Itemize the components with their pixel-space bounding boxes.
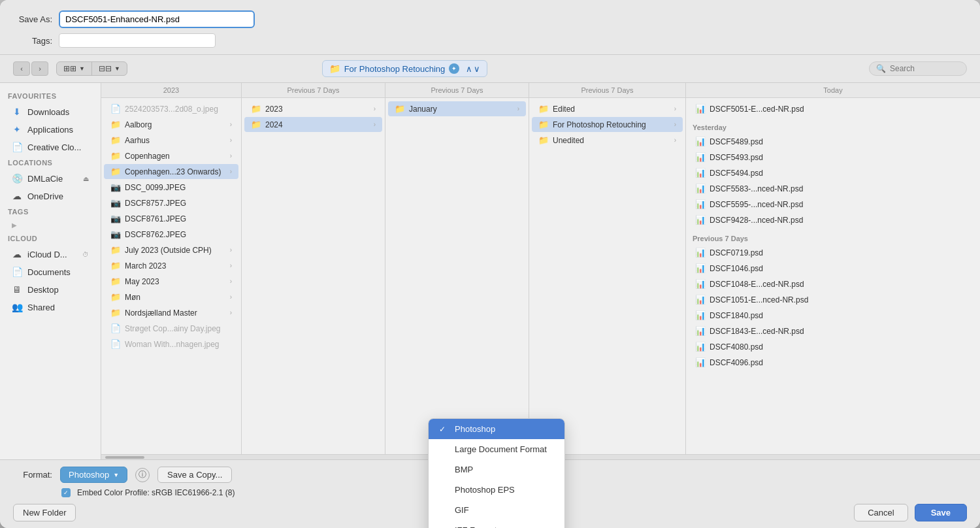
list-item[interactable]: 📁 July 2023 (Outside CPH) › bbox=[104, 242, 238, 257]
chevron-down-icon: ∨ bbox=[474, 64, 480, 74]
tags-input[interactable] bbox=[59, 33, 216, 48]
list-item[interactable]: 📷 DSCF8762.JPEG bbox=[104, 227, 238, 242]
list-item[interactable]: 📊 DSCF9428-...nced-NR.psd bbox=[689, 212, 977, 227]
list-item[interactable]: 📊 DSCF5051-E...ced-NR.psd bbox=[689, 101, 977, 116]
list-item[interactable]: 📁 2024 › bbox=[244, 117, 382, 132]
sidebar-item-creative-cloud[interactable]: 📄 Creative Clo... bbox=[4, 139, 97, 156]
action-buttons: Cancel Save bbox=[854, 504, 967, 521]
psd-file-icon: 📊 bbox=[695, 199, 706, 209]
list-item[interactable]: 📊 DSCF5494.psd bbox=[689, 165, 977, 180]
list-item[interactable]: 📁 Copenhagen › bbox=[104, 148, 238, 163]
list-item[interactable]: 📁 2023 › bbox=[244, 101, 382, 116]
list-item[interactable]: 📊 DSCF1048-E...ced-NR.psd bbox=[689, 276, 977, 291]
sidebar-item-shared[interactable]: 👥 Shared bbox=[4, 299, 97, 316]
sidebar-label-downloads: Downloads bbox=[27, 107, 69, 117]
list-item[interactable]: 📊 DSCF1843-E...ced-NR.psd bbox=[689, 323, 977, 338]
list-item[interactable]: 📊 DSCF5583-...nced-NR.psd bbox=[689, 181, 977, 196]
sidebar-item-onedrive[interactable]: ☁ OneDrive bbox=[4, 188, 97, 205]
back-button[interactable]: ‹ bbox=[13, 61, 30, 76]
cancel-button[interactable]: Cancel bbox=[854, 504, 907, 521]
save-button[interactable]: Save bbox=[915, 504, 967, 521]
format-value: Photoshop bbox=[69, 470, 109, 480]
sidebar-label-icloud-drive: iCloud D... bbox=[27, 250, 67, 259]
list-item[interactable]: 📁 March 2023 › bbox=[104, 258, 238, 273]
sidebar-item-applications[interactable]: ✦ Applications bbox=[4, 121, 97, 138]
location-folder-pill[interactable]: 📁 For Photoshop Retouching ✦ ∧ ∨ bbox=[322, 60, 488, 77]
list-item[interactable]: 📷 DSCF8757.JPEG bbox=[104, 195, 238, 210]
list-item[interactable]: 📷 DSC_0099.JPEG bbox=[104, 180, 238, 195]
desktop-icon: 🖥 bbox=[12, 284, 22, 295]
dropdown-item-photoshop-eps[interactable]: Photoshop EPS bbox=[429, 480, 564, 500]
list-item[interactable]: 📁 Copenhagen...23 Onwards) › bbox=[104, 164, 238, 179]
sidebar-item-desktop[interactable]: 🖥 Desktop bbox=[4, 281, 97, 298]
dropdown-item-bmp[interactable]: BMP bbox=[429, 459, 564, 480]
format-info-button[interactable]: ⓘ bbox=[135, 468, 150, 482]
list-item[interactable]: 📊 DSCF5493.psd bbox=[689, 150, 977, 165]
chevron-up-icon: ∧ bbox=[466, 64, 472, 74]
chevron-right-icon: › bbox=[230, 246, 232, 254]
tags-header: Tags bbox=[0, 205, 101, 218]
icloud-drive-icon: ☁ bbox=[12, 249, 22, 259]
dropdown-item-large-doc[interactable]: Large Document Format bbox=[429, 439, 564, 459]
tags-expand-arrow: ▶ bbox=[12, 222, 17, 229]
tags-expand-item[interactable]: ▶ bbox=[4, 219, 97, 231]
list-item[interactable]: 📄 Strøget Cop...ainy Day.jpeg bbox=[104, 321, 238, 336]
save-copy-button[interactable]: Save a Copy... bbox=[157, 467, 232, 483]
list-item[interactable]: 📁 Aarhus › bbox=[104, 133, 238, 148]
embed-checkbox[interactable]: ✓ bbox=[61, 488, 71, 497]
format-select-button[interactable]: Photoshop ▼ bbox=[60, 467, 127, 483]
list-item[interactable]: 📊 DSCF4096.psd bbox=[689, 355, 977, 370]
icloud-clock-icon: ⏱ bbox=[82, 251, 89, 258]
list-item[interactable]: 📊 DSCF1051-E...nced-NR.psd bbox=[689, 292, 977, 307]
list-item[interactable]: 📁 Aalborg › bbox=[104, 117, 238, 132]
browser-column-4: Previous 7 Days 📁 Edited › 📁 For Photosh… bbox=[529, 83, 686, 454]
chevron-right-icon: › bbox=[230, 168, 232, 175]
new-folder-button[interactable]: New Folder bbox=[13, 504, 76, 521]
list-item[interactable]: 📊 DSCF5595-...nced-NR.psd bbox=[689, 197, 977, 212]
list-item[interactable]: 📄 2524203573...2d08_o.jpeg bbox=[104, 101, 238, 116]
folder-icon: 📁 bbox=[395, 104, 405, 114]
list-item[interactable]: 📁 Unedited › bbox=[532, 133, 683, 148]
dropdown-item-iff[interactable]: IFF Format bbox=[429, 520, 564, 528]
dropdown-item-gif[interactable]: GIF bbox=[429, 500, 564, 520]
list-item[interactable]: 📁 Edited › bbox=[532, 101, 683, 116]
list-item[interactable]: 📁 Møn › bbox=[104, 289, 238, 305]
sidebar-item-downloads[interactable]: ⬇ Downloads bbox=[4, 103, 97, 120]
file-name: DSCF5595-...nced-NR.psd bbox=[710, 200, 971, 209]
sidebar-item-dmlacie[interactable]: 💿 DMLaCie ⏏ bbox=[4, 170, 97, 187]
list-item[interactable]: 📷 DSCF8761.JPEG bbox=[104, 211, 238, 226]
sidebar-item-documents[interactable]: 📄 Documents bbox=[4, 263, 97, 280]
save-as-input[interactable] bbox=[59, 10, 255, 28]
file-name: DSCF5051-E...ced-NR.psd bbox=[710, 105, 971, 114]
dmlacie-icon: 💿 bbox=[12, 173, 22, 184]
view-columns-button[interactable]: ⊞⊞ ▼ bbox=[57, 62, 92, 75]
file-name: DSCF8761.JPEG bbox=[125, 214, 232, 223]
list-item[interactable]: 📁 For Photoshop Retouching › bbox=[532, 117, 683, 132]
list-item[interactable]: 📊 DSCF4080.psd bbox=[689, 339, 977, 354]
list-item[interactable]: 📊 DSCF1046.psd bbox=[689, 261, 977, 276]
file-name: DSCF5494.psd bbox=[710, 169, 971, 178]
dropdown-item-photoshop[interactable]: ✓ Photoshop bbox=[429, 419, 564, 439]
forward-button[interactable]: › bbox=[31, 61, 48, 76]
chevron-right-icon: › bbox=[230, 152, 232, 159]
search-input[interactable] bbox=[890, 64, 955, 73]
main-content: Favourites ⬇ Downloads ✦ Applications 📄 … bbox=[0, 83, 980, 459]
view-grid-button[interactable]: ⊟⊟ ▼ bbox=[92, 62, 127, 75]
list-item[interactable]: 📁 Nordsjælland Master › bbox=[104, 305, 238, 320]
list-item[interactable]: 📊 DSCF1840.psd bbox=[689, 308, 977, 323]
list-item[interactable]: 📁 January › bbox=[388, 101, 526, 116]
dropdown-label-large-doc: Large Document Format bbox=[455, 444, 547, 454]
list-item[interactable]: 📊 DSCF0719.psd bbox=[689, 245, 977, 260]
list-item[interactable]: 📄 Woman With...nhagen.jpeg bbox=[104, 337, 238, 352]
list-item[interactable]: 📊 DSCF5489.psd bbox=[689, 134, 977, 149]
folder-badge-icon: ✦ bbox=[449, 63, 459, 74]
dropdown-label-photoshop-eps: Photoshop EPS bbox=[455, 485, 515, 495]
dropdown-label-iff: IFF Format bbox=[455, 525, 497, 528]
sidebar-item-icloud-drive[interactable]: ☁ iCloud D... ⏱ bbox=[4, 246, 97, 263]
eject-icon[interactable]: ⏏ bbox=[83, 175, 89, 182]
psd-file-icon: 📊 bbox=[695, 295, 706, 305]
list-item[interactable]: 📁 May 2023 › bbox=[104, 274, 238, 289]
sidebar-label-documents: Documents bbox=[27, 267, 71, 277]
checkmark-icon: ✓ bbox=[439, 425, 449, 434]
folder-pill-name: For Photoshop Retouching bbox=[344, 64, 446, 74]
